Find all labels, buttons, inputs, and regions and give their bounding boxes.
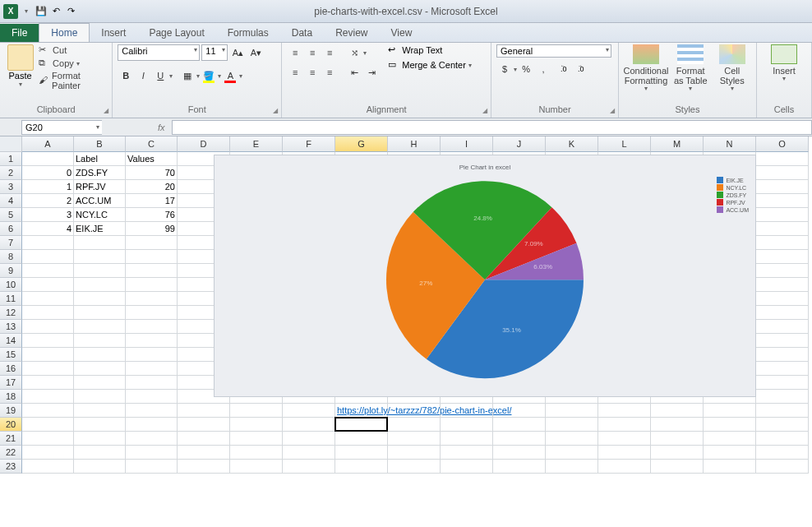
- cell[interactable]: [756, 404, 809, 418]
- row-header[interactable]: 3: [0, 180, 22, 194]
- cell[interactable]: [283, 418, 335, 432]
- cell[interactable]: [22, 236, 74, 250]
- cell[interactable]: 76: [126, 208, 178, 222]
- decrease-decimal-icon[interactable]: .0→: [575, 61, 592, 77]
- cell[interactable]: [22, 446, 74, 460]
- row-header[interactable]: 23: [0, 460, 22, 474]
- cell[interactable]: [756, 152, 809, 166]
- cell[interactable]: 2: [22, 194, 74, 208]
- row-header[interactable]: 11: [0, 292, 22, 306]
- embedded-chart[interactable]: Pie Chart in excel EIK.JENCY.LCZDS.FYRPF…: [214, 155, 756, 397]
- cell[interactable]: [230, 432, 283, 446]
- fx-icon[interactable]: fx: [151, 123, 172, 132]
- cell[interactable]: [756, 432, 809, 446]
- column-header[interactable]: G: [335, 136, 388, 152]
- row-header[interactable]: 16: [0, 362, 22, 376]
- cell[interactable]: [74, 446, 126, 460]
- column-header[interactable]: M: [651, 136, 704, 152]
- cell[interactable]: [335, 418, 388, 432]
- cell[interactable]: [22, 250, 74, 264]
- cell-styles-button[interactable]: Cell Styles▾: [713, 44, 752, 93]
- cell[interactable]: [756, 166, 809, 180]
- cell[interactable]: [651, 404, 704, 418]
- tab-page-layout[interactable]: Page Layout: [137, 24, 215, 42]
- save-icon[interactable]: 💾: [35, 5, 48, 18]
- cell[interactable]: [335, 432, 388, 446]
- increase-indent-icon[interactable]: ⇥: [363, 64, 380, 81]
- cell[interactable]: [22, 348, 74, 362]
- cell[interactable]: [598, 418, 651, 432]
- cell[interactable]: 0: [22, 166, 74, 180]
- cell[interactable]: [230, 446, 283, 460]
- cell[interactable]: [756, 376, 809, 390]
- row-header[interactable]: 22: [0, 446, 22, 460]
- cell[interactable]: [178, 432, 230, 446]
- cell[interactable]: [704, 432, 756, 446]
- cell[interactable]: [126, 292, 178, 306]
- cell[interactable]: Label: [74, 152, 126, 166]
- dialog-launcher-icon[interactable]: ◢: [273, 107, 278, 114]
- cell[interactable]: [704, 460, 756, 474]
- cell[interactable]: [651, 432, 704, 446]
- cell[interactable]: [756, 460, 809, 474]
- cell[interactable]: [756, 348, 809, 362]
- cell[interactable]: [598, 404, 651, 418]
- row-header[interactable]: 18: [0, 390, 22, 404]
- align-right-icon[interactable]: ≡: [321, 64, 338, 81]
- cell[interactable]: [598, 460, 651, 474]
- cell[interactable]: [756, 180, 809, 194]
- column-header[interactable]: F: [283, 136, 335, 152]
- align-left-icon[interactable]: ≡: [287, 64, 303, 81]
- cell[interactable]: [441, 418, 493, 432]
- cell[interactable]: [441, 432, 493, 446]
- cell[interactable]: [178, 446, 230, 460]
- dialog-launcher-icon[interactable]: ◢: [610, 107, 615, 114]
- paste-icon[interactable]: [7, 44, 34, 71]
- increase-font-icon[interactable]: A▴: [229, 44, 246, 61]
- cell[interactable]: [756, 222, 809, 236]
- orientation-icon[interactable]: ⤭: [346, 44, 362, 61]
- cell[interactable]: [22, 362, 74, 376]
- format-painter-button[interactable]: 🖌Format Painter: [39, 71, 107, 90]
- cell[interactable]: [126, 306, 178, 320]
- cell[interactable]: [74, 264, 126, 278]
- cell[interactable]: [283, 432, 335, 446]
- number-format-combo[interactable]: General: [496, 44, 611, 58]
- copy-button[interactable]: ⧉Copy ▾: [39, 58, 107, 69]
- column-header[interactable]: A: [22, 136, 74, 152]
- cell[interactable]: [546, 432, 598, 446]
- font-color-icon[interactable]: A: [222, 67, 238, 84]
- fill-color-icon[interactable]: 🪣: [201, 67, 217, 84]
- cell[interactable]: [493, 446, 546, 460]
- cell[interactable]: [704, 418, 756, 432]
- cell[interactable]: [756, 236, 809, 250]
- row-header[interactable]: 9: [0, 264, 22, 278]
- cell[interactable]: NCY.LC: [74, 208, 126, 222]
- cut-button[interactable]: ✂Cut: [39, 44, 107, 56]
- cell[interactable]: [74, 292, 126, 306]
- cell[interactable]: [598, 446, 651, 460]
- cell[interactable]: 99: [126, 222, 178, 236]
- row-header[interactable]: 14: [0, 334, 22, 348]
- cell[interactable]: [126, 460, 178, 474]
- row-header[interactable]: 10: [0, 278, 22, 292]
- cell[interactable]: [756, 264, 809, 278]
- cell[interactable]: [756, 362, 809, 376]
- cell[interactable]: [388, 418, 441, 432]
- currency-button[interactable]: $: [496, 61, 513, 77]
- cell[interactable]: ACC.UM: [74, 194, 126, 208]
- cell[interactable]: [126, 390, 178, 404]
- cell[interactable]: [22, 278, 74, 292]
- bold-button[interactable]: B: [118, 67, 134, 84]
- cell[interactable]: [126, 362, 178, 376]
- cell[interactable]: [74, 236, 126, 250]
- cell[interactable]: [704, 446, 756, 460]
- font-name-combo[interactable]: Calibri: [118, 44, 200, 61]
- paste-dropdown-icon[interactable]: ▾: [19, 81, 22, 88]
- conditional-formatting-button[interactable]: Conditional Formatting▾: [624, 44, 668, 93]
- row-header[interactable]: 19: [0, 404, 22, 418]
- align-center-icon[interactable]: ≡: [304, 64, 321, 81]
- cell[interactable]: [441, 404, 493, 418]
- merge-center-button[interactable]: ▭Merge & Center ▾: [388, 59, 472, 71]
- row-header[interactable]: 7: [0, 236, 22, 250]
